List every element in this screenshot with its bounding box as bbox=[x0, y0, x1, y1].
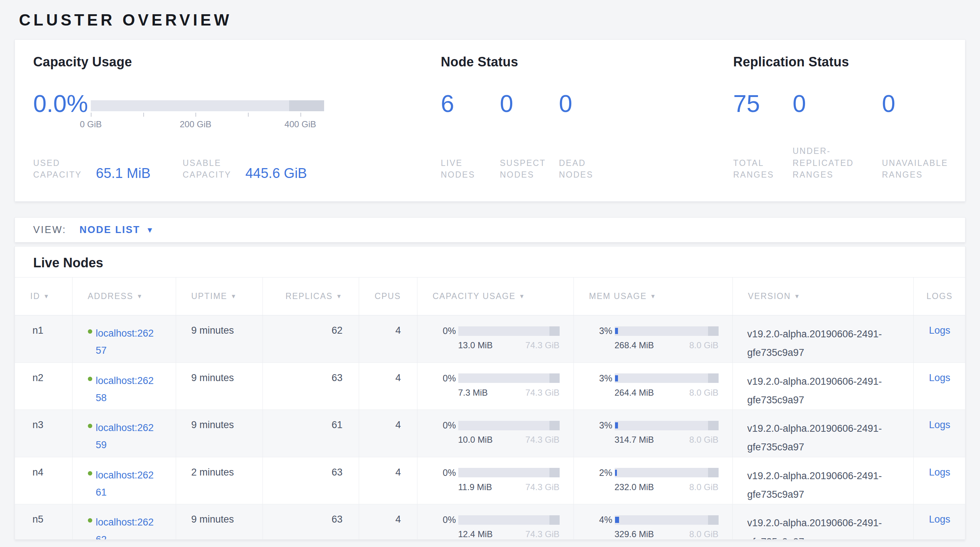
node-address-cell: localhost:26261 bbox=[72, 457, 176, 504]
view-dropdown-value: NODE LIST bbox=[80, 224, 140, 235]
mem-percent-label: 3% bbox=[596, 373, 612, 384]
live-status-dot-icon bbox=[88, 329, 92, 334]
capacity-percent-label: 0% bbox=[439, 373, 456, 384]
mem-dark-segment bbox=[708, 515, 719, 525]
cluster-overview-page: CLUSTER OVERVIEW Capacity Usage 0.0% bbox=[0, 0, 980, 547]
capacity-usage-cell: 0% 13.0 MiB 74.3 GiB bbox=[417, 315, 573, 363]
cpus-cell: 4 bbox=[359, 363, 417, 410]
column-header-address[interactable]: Address▼ bbox=[72, 278, 176, 315]
uptime-cell: 9 minutes bbox=[176, 363, 262, 410]
mem-used-segment bbox=[615, 470, 617, 476]
under-replicated-ranges-stat: 0 Under-Replicated Ranges bbox=[792, 92, 882, 181]
node-address-link[interactable]: localhost:26257 bbox=[96, 325, 156, 359]
capacity-usage-cell: 0% 7.3 MiB 74.3 GiB bbox=[417, 363, 573, 410]
sort-arrow-icon: ▼ bbox=[231, 293, 237, 299]
capacity-bar-chart: 0 GiB 200 GiB 400 GiB bbox=[91, 100, 324, 131]
capacity-used-value: 11.9 MiB bbox=[458, 482, 492, 492]
total-ranges-stat: 75 Total Ranges bbox=[733, 92, 792, 181]
capacity-percent-label: 0% bbox=[439, 467, 456, 478]
live-nodes-stat: 6 Live Nodes bbox=[441, 92, 500, 181]
live-nodes-count: 6 bbox=[441, 92, 500, 116]
column-header-uptime[interactable]: Uptime▼ bbox=[176, 278, 262, 315]
view-label: VIEW: bbox=[33, 224, 66, 235]
node-id-cell: n2 bbox=[15, 363, 72, 410]
view-dropdown[interactable]: NODE LIST ▼ bbox=[80, 224, 154, 235]
column-header-logs: Logs bbox=[913, 278, 966, 315]
live-status-dot-icon bbox=[88, 471, 92, 475]
mem-usage-cell: 3% 264.4 MiB 8.0 GiB bbox=[573, 363, 732, 410]
logs-cell: Logs bbox=[913, 315, 966, 363]
mem-total-value: 8.0 GiB bbox=[689, 340, 718, 350]
capacity-total-value: 74.3 GiB bbox=[525, 388, 559, 398]
live-status-dot-icon bbox=[88, 377, 92, 381]
mem-usage-bar bbox=[615, 468, 719, 477]
mem-usage-bar bbox=[615, 374, 719, 383]
mem-dark-segment bbox=[708, 468, 719, 477]
under-replicated-count: 0 bbox=[792, 92, 882, 116]
unavailable-label: Unavailable Ranges bbox=[882, 157, 957, 181]
mem-usage-bar bbox=[615, 421, 719, 430]
logs-link[interactable]: Logs bbox=[929, 467, 950, 478]
version-cell: v19.2.0-alpha.20190606-2491-gfe735c9a97 bbox=[732, 504, 913, 540]
mem-dark-segment bbox=[708, 374, 719, 383]
node-address-link[interactable]: localhost:26258 bbox=[96, 372, 156, 407]
capacity-total-value: 74.3 GiB bbox=[525, 529, 559, 539]
replication-status-title: Replication Status bbox=[733, 54, 965, 70]
replicas-cell: 61 bbox=[262, 410, 359, 457]
logs-link[interactable]: Logs bbox=[929, 372, 950, 383]
node-id-cell: n5 bbox=[15, 504, 72, 540]
capacity-percent-label: 0% bbox=[439, 515, 456, 525]
column-header-capacity-usage[interactable]: Capacity Usage▼ bbox=[417, 278, 573, 315]
table-row: n4 localhost:26261 2 minutes 63 4 0% 11.… bbox=[15, 457, 966, 504]
logs-link[interactable]: Logs bbox=[929, 514, 950, 525]
version-cell: v19.2.0-alpha.20190606-2491-gfe735c9a97 bbox=[732, 410, 913, 457]
column-header-version[interactable]: Version▼ bbox=[732, 278, 913, 315]
capacity-used-value: 7.3 MiB bbox=[458, 388, 488, 398]
cluster-summary-card: Capacity Usage 0.0% 0 GiB 200 GiB bbox=[14, 40, 966, 202]
cpus-cell: 4 bbox=[359, 457, 417, 504]
capacity-dark-segment bbox=[549, 468, 560, 477]
node-address-link[interactable]: localhost:26259 bbox=[96, 419, 156, 454]
node-address-link[interactable]: localhost:26261 bbox=[96, 467, 156, 501]
replication-status-panel: Replication Status 75 Total Ranges 0 Und… bbox=[733, 40, 965, 201]
mem-total-value: 8.0 GiB bbox=[689, 529, 718, 539]
usable-capacity-label: Usable Capacity bbox=[183, 157, 238, 181]
total-ranges-count: 75 bbox=[733, 92, 792, 116]
mem-percent-label: 2% bbox=[596, 467, 612, 478]
mem-used-value: 264.4 MiB bbox=[615, 388, 654, 398]
logs-cell: Logs bbox=[913, 504, 966, 540]
capacity-usage-bar bbox=[458, 468, 560, 477]
node-address-cell: localhost:26262 bbox=[72, 504, 176, 540]
node-address-link[interactable]: localhost:26262 bbox=[96, 514, 156, 540]
column-header-id[interactable]: ID▼ bbox=[15, 278, 72, 315]
view-selector-bar: VIEW: NODE LIST ▼ bbox=[14, 217, 966, 243]
mem-used-segment bbox=[615, 375, 618, 382]
capacity-usage-bar bbox=[458, 326, 560, 336]
uptime-cell: 9 minutes bbox=[176, 410, 262, 457]
cpus-cell: 4 bbox=[359, 410, 417, 457]
node-address-cell: localhost:26259 bbox=[72, 410, 176, 457]
capacity-used-value: 10.0 MiB bbox=[458, 435, 493, 445]
usable-capacity: Usable Capacity 445.6 GiB bbox=[183, 157, 307, 181]
cpus-cell: 4 bbox=[359, 315, 417, 363]
live-status-dot-icon bbox=[88, 518, 92, 523]
capacity-usage-bar bbox=[458, 515, 560, 525]
axis-tick-label: 0 GiB bbox=[80, 119, 102, 129]
suspect-nodes-count: 0 bbox=[500, 92, 559, 116]
node-status-title: Node Status bbox=[441, 54, 733, 70]
logs-link[interactable]: Logs bbox=[929, 419, 950, 430]
capacity-usage-cell: 0% 12.4 MiB 74.3 GiB bbox=[417, 504, 573, 540]
mem-used-value: 314.7 MiB bbox=[615, 435, 654, 445]
capacity-dark-segment bbox=[549, 515, 560, 525]
column-header-replicas[interactable]: Replicas▼ bbox=[262, 278, 359, 315]
logs-link[interactable]: Logs bbox=[929, 325, 950, 336]
node-address-cell: localhost:26258 bbox=[72, 363, 176, 410]
live-status-dot-icon bbox=[88, 424, 92, 428]
total-ranges-label: Total Ranges bbox=[733, 157, 781, 181]
column-header-mem-usage[interactable]: Mem Usage▼ bbox=[573, 278, 732, 315]
suspect-nodes-stat: 0 Suspect Nodes bbox=[500, 92, 559, 181]
mem-dark-segment bbox=[708, 326, 719, 336]
capacity-usage-bar bbox=[458, 374, 560, 383]
live-nodes-table: ID▼ Address▼ Uptime▼ Replicas▼ CPUs Capa… bbox=[15, 277, 966, 540]
chevron-down-icon: ▼ bbox=[146, 226, 154, 234]
